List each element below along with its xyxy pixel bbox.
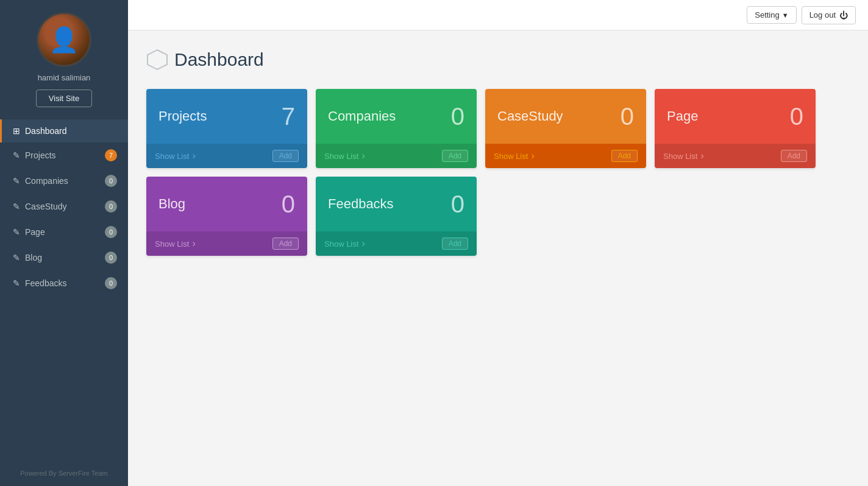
card-blog-top: Blog 0 [146,177,307,231]
card-projects-top: Projects 7 [146,89,307,144]
card-blog-add-button[interactable]: Add [272,238,299,250]
card-page-top: Page 0 [655,89,816,144]
card-feedbacks-add-button[interactable]: Add [442,238,468,250]
content-area: Dashboard Projects 7 Show List Add [128,30,868,486]
sidebar-item-casestudy[interactable]: ✎ CaseStudy 0 [0,194,128,219]
visit-site-button[interactable]: Visit Site [36,90,92,107]
dashboard-hexagon-icon [146,49,168,71]
card-blog-count: 0 [282,191,295,218]
sidebar-item-page[interactable]: ✎ Page 0 [0,219,128,245]
show-list-projects-text: Show List [155,152,189,161]
card-casestudy-count: 0 [621,103,634,130]
card-projects-add-button[interactable]: Add [272,150,299,162]
show-list-feedbacks-text: Show List [324,239,358,248]
avatar-icon: 👤 [38,14,90,65]
card-companies-count: 0 [451,103,464,130]
card-companies-bottom: Show List Add [316,144,477,168]
card-page-label: Page [667,108,698,124]
user-name: hamid salimian [38,73,91,82]
sidebar-nav: ⊞ Dashboard ✎ Projects 7 ✎ Companies 0 ✎… [0,119,128,296]
sidebar-item-feedbacks[interactable]: ✎ Feedbacks 0 [0,270,128,296]
sidebar-label-companies: Companies [25,176,68,186]
show-list-companies-text: Show List [324,152,358,161]
card-casestudy-top: CaseStudy 0 [485,89,646,144]
card-companies-top: Companies 0 [316,89,477,144]
card-companies-showlist[interactable]: Show List [324,150,365,161]
blog-icon: ✎ [13,253,20,262]
card-projects: Projects 7 Show List Add [146,89,307,168]
show-list-page-text: Show List [663,152,697,161]
card-feedbacks-bottom: Show List Add [316,231,477,256]
power-icon: ⏻ [839,10,848,20]
casestudy-icon: ✎ [13,202,20,211]
main-area: Setting ▼ Log out ⏻ Dashboard Projects [128,0,868,486]
show-list-casestudy-chevron [531,150,534,161]
show-list-projects-chevron [192,150,195,161]
card-companies-label: Companies [328,108,396,124]
show-list-blog-chevron [192,238,195,249]
projects-icon: ✎ [13,150,20,160]
card-feedbacks: Feedbacks 0 Show List Add [316,177,477,256]
card-casestudy-bottom: Show List Add [485,144,646,168]
sidebar-label-page: Page [25,227,45,237]
card-feedbacks-count: 0 [451,191,464,218]
page-badge: 0 [105,226,117,238]
topbar: Setting ▼ Log out ⏻ [128,0,868,30]
sidebar-label-casestudy: CaseStudy [25,202,66,211]
card-page-add-button[interactable]: Add [781,150,807,162]
card-casestudy-label: CaseStudy [497,108,563,124]
avatar: 👤 [37,12,91,67]
feedbacks-icon: ✎ [13,278,20,288]
page-title-wrap: Dashboard [146,49,850,71]
chevron-down-icon: ▼ [782,12,789,19]
companies-badge: 0 [105,175,117,187]
sidebar-footer: Powered By ServerFire Team [20,470,107,477]
show-list-page-chevron [700,150,703,161]
setting-button[interactable]: Setting ▼ [747,6,796,24]
card-feedbacks-top: Feedbacks 0 [316,177,477,231]
card-feedbacks-showlist[interactable]: Show List [324,238,365,249]
setting-label: Setting [755,10,779,19]
card-page-showlist[interactable]: Show List [663,150,704,161]
show-list-companies-chevron [361,150,365,161]
show-list-casestudy-text: Show List [494,152,528,161]
logout-label: Log out [809,10,836,19]
card-companies-add-button[interactable]: Add [442,150,468,162]
card-page-bottom: Show List Add [655,144,816,168]
sidebar-label-feedbacks: Feedbacks [25,278,66,288]
card-projects-bottom: Show List Add [146,144,307,168]
show-list-feedbacks-chevron [361,238,365,249]
show-list-blog-text: Show List [155,239,189,248]
casestudy-badge: 0 [105,200,117,213]
blog-badge: 0 [105,252,117,264]
card-projects-showlist[interactable]: Show List [155,150,196,161]
card-blog-showlist[interactable]: Show List [155,238,196,249]
logout-button[interactable]: Log out ⏻ [802,6,856,24]
sidebar-item-blog[interactable]: ✎ Blog 0 [0,245,128,270]
card-page: Page 0 Show List Add [655,89,816,168]
svg-marker-0 [148,50,167,69]
sidebar-label-dashboard: Dashboard [25,126,67,136]
page-icon: ✎ [13,227,20,237]
card-blog: Blog 0 Show List Add [146,177,307,256]
sidebar-item-dashboard[interactable]: ⊞ Dashboard [0,119,128,143]
sidebar-item-projects[interactable]: ✎ Projects 7 [0,143,128,168]
projects-badge: 7 [105,149,117,161]
card-projects-count: 7 [282,103,295,130]
sidebar: 👤 hamid salimian Visit Site ⊞ Dashboard … [0,0,128,486]
feedbacks-badge: 0 [105,277,117,289]
card-feedbacks-label: Feedbacks [328,196,394,212]
card-casestudy: CaseStudy 0 Show List Add [485,89,646,168]
card-casestudy-showlist[interactable]: Show List [494,150,535,161]
card-blog-bottom: Show List Add [146,231,307,256]
card-companies: Companies 0 Show List Add [316,89,477,168]
sidebar-label-blog: Blog [25,253,42,262]
card-page-count: 0 [790,103,803,130]
sidebar-item-companies[interactable]: ✎ Companies 0 [0,168,128,194]
card-blog-label: Blog [158,196,185,212]
page-title: Dashboard [174,49,264,70]
card-casestudy-add-button[interactable]: Add [611,150,638,162]
sidebar-label-projects: Projects [25,150,56,160]
companies-icon: ✎ [13,176,20,186]
card-projects-label: Projects [158,108,207,124]
